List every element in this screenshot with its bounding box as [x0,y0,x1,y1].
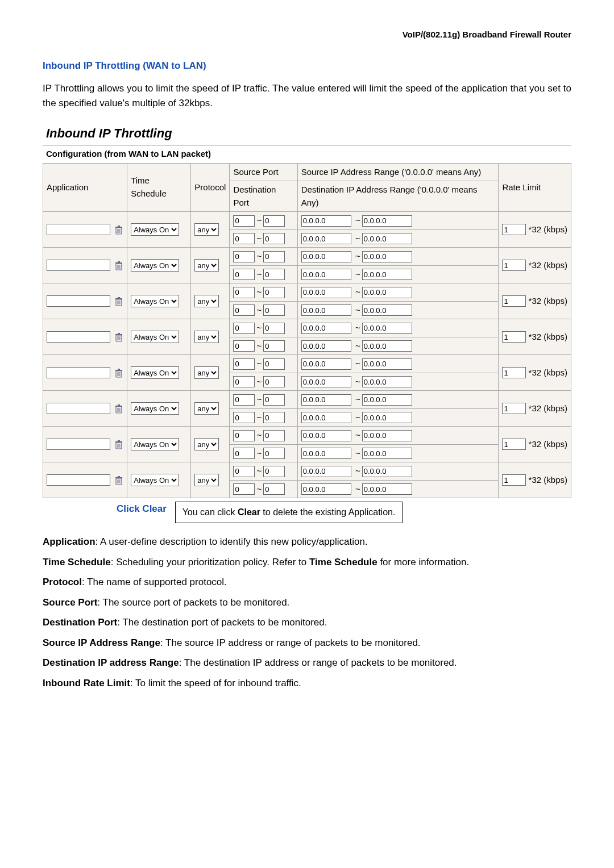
src-port-from-input[interactable] [233,215,255,227]
src-port-to-input[interactable] [263,358,285,370]
src-port-from-input[interactable] [233,394,255,406]
src-port-to-input[interactable] [263,430,285,441]
src-ip-to-input[interactable] [362,358,412,370]
dst-ip-to-input[interactable] [362,340,412,352]
protocol-select[interactable]: any [194,402,219,415]
src-port-from-input[interactable] [233,323,255,334]
application-input[interactable] [47,367,110,378]
dst-ip-to-input[interactable] [362,304,412,316]
dst-ip-to-input[interactable] [362,483,412,495]
time-schedule-select[interactable]: Always On [131,438,179,450]
dst-ip-to-input[interactable] [362,448,412,459]
protocol-select[interactable]: any [194,331,219,343]
time-schedule-select[interactable]: Always On [131,259,179,272]
trash-icon[interactable] [114,261,123,271]
src-ip-from-input[interactable] [301,323,351,334]
dst-ip-to-input[interactable] [362,376,412,387]
src-ip-to-input[interactable] [362,323,412,334]
rate-limit-input[interactable] [502,260,526,271]
dst-port-to-input[interactable] [263,304,285,316]
dst-port-to-input[interactable] [263,376,285,387]
dst-port-to-input[interactable] [263,483,285,495]
time-schedule-select[interactable]: Always On [131,295,179,307]
time-schedule-select[interactable]: Always On [131,331,179,343]
src-ip-from-input[interactable] [301,358,351,370]
application-input[interactable] [47,474,110,486]
time-schedule-select[interactable]: Always On [131,223,179,236]
src-ip-from-input[interactable] [301,287,351,298]
dst-ip-to-input[interactable] [362,412,412,423]
dst-ip-from-input[interactable] [301,340,351,352]
dst-ip-from-input[interactable] [301,233,351,244]
src-port-to-input[interactable] [263,251,285,262]
application-input[interactable] [47,295,110,307]
rate-limit-input[interactable] [502,367,526,378]
rate-limit-input[interactable] [502,474,526,486]
src-ip-to-input[interactable] [362,287,412,298]
trash-icon[interactable] [114,332,123,343]
application-input[interactable] [47,224,110,235]
dst-ip-to-input[interactable] [362,233,412,244]
src-port-from-input[interactable] [233,287,255,298]
protocol-select[interactable]: any [194,295,219,307]
src-ip-to-input[interactable] [362,251,412,262]
dst-port-from-input[interactable] [233,233,255,244]
trash-icon[interactable] [114,440,123,450]
src-port-to-input[interactable] [263,466,285,477]
src-ip-from-input[interactable] [301,430,351,441]
application-input[interactable] [47,260,110,271]
rate-limit-input[interactable] [502,439,526,450]
dst-port-from-input[interactable] [233,269,255,280]
protocol-select[interactable]: any [194,366,219,379]
dst-ip-to-input[interactable] [362,269,412,280]
dst-port-from-input[interactable] [233,483,255,495]
trash-icon[interactable] [114,368,123,378]
src-port-to-input[interactable] [263,394,285,406]
src-port-from-input[interactable] [233,358,255,370]
dst-port-from-input[interactable] [233,304,255,316]
src-ip-from-input[interactable] [301,251,351,262]
src-ip-to-input[interactable] [362,430,412,441]
trash-icon[interactable] [114,297,123,307]
src-ip-to-input[interactable] [362,466,412,477]
rate-limit-input[interactable] [502,331,526,343]
src-ip-from-input[interactable] [301,394,351,406]
time-schedule-select[interactable]: Always On [131,402,179,415]
rate-limit-input[interactable] [502,403,526,414]
dst-ip-from-input[interactable] [301,376,351,387]
src-ip-to-input[interactable] [362,215,412,227]
protocol-select[interactable]: any [194,474,219,486]
rate-limit-input[interactable] [502,224,526,235]
dst-port-to-input[interactable] [263,269,285,280]
dst-ip-from-input[interactable] [301,448,351,459]
src-port-to-input[interactable] [263,323,285,334]
rate-limit-input[interactable] [502,295,526,307]
src-ip-from-input[interactable] [301,215,351,227]
dst-port-from-input[interactable] [233,376,255,387]
dst-port-to-input[interactable] [263,448,285,459]
dst-port-to-input[interactable] [263,340,285,352]
time-schedule-select[interactable]: Always On [131,474,179,486]
trash-icon[interactable] [114,475,123,486]
application-input[interactable] [47,331,110,343]
dst-ip-from-input[interactable] [301,412,351,423]
application-input[interactable] [47,403,110,414]
src-ip-from-input[interactable] [301,466,351,477]
src-port-to-input[interactable] [263,215,285,227]
src-port-from-input[interactable] [233,251,255,262]
trash-icon[interactable] [114,404,123,414]
protocol-select[interactable]: any [194,223,219,236]
src-port-to-input[interactable] [263,287,285,298]
dst-port-from-input[interactable] [233,340,255,352]
trash-icon[interactable] [114,225,123,235]
application-input[interactable] [47,439,110,450]
dst-ip-from-input[interactable] [301,304,351,316]
protocol-select[interactable]: any [194,259,219,272]
dst-port-to-input[interactable] [263,233,285,244]
dst-ip-from-input[interactable] [301,483,351,495]
dst-port-from-input[interactable] [233,412,255,423]
dst-port-from-input[interactable] [233,448,255,459]
protocol-select[interactable]: any [194,438,219,450]
dst-port-to-input[interactable] [263,412,285,423]
src-port-from-input[interactable] [233,466,255,477]
